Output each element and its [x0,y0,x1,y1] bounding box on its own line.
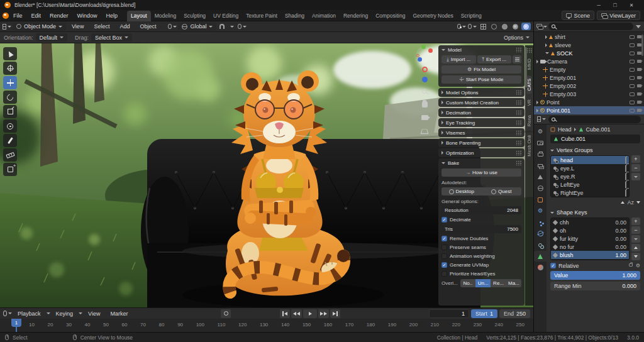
section-decimation[interactable]: Decimation [438,108,525,117]
tool-add-cube[interactable] [3,163,17,176]
drag-dropdown[interactable]: Select Box [91,33,132,41]
add-shape-key-button[interactable] [631,218,640,225]
menu-keying[interactable]: Keying [52,309,78,318]
remove-doubles-checkbox[interactable]: Remove Doubles [441,235,521,242]
snap-toggle-button[interactable] [218,23,226,31]
sidebar-scrollbar[interactable] [525,47,527,87]
visibility-icon[interactable] [630,68,635,72]
shape-keys-section[interactable]: Shape Keys [550,209,640,216]
menu-select[interactable]: Select [89,22,114,31]
render-visibility-icon[interactable] [637,101,641,104]
outliner-row-camera[interactable]: Camera [534,57,644,65]
shading-material-button[interactable] [511,23,519,31]
blender-menu-icon[interactable] [3,13,9,19]
perspective-toggle-icon[interactable] [419,126,430,135]
sidebar-tab-cats[interactable]: CATS [527,75,532,94]
render-visibility-icon[interactable] [637,92,641,96]
shapekey-row-fur-kitty[interactable]: fur kitty0.00 [551,234,629,243]
visibility-icon[interactable] [630,76,635,80]
tab-texture-paint[interactable]: Texture Paint [242,11,281,21]
sidebar-tabs-grip-icon[interactable] [526,48,532,53]
render-visibility-icon[interactable] [637,60,641,63]
outliner-row-empty-003[interactable]: Empty.003 [534,90,644,98]
show-overlays-button[interactable] [468,23,477,31]
filter-icon[interactable] [636,25,641,28]
tab-layout[interactable]: Layout [127,11,151,21]
auto-key-button[interactable] [221,309,231,318]
navigation-gizmo[interactable] [416,46,433,62]
camera-view-icon[interactable] [419,113,430,122]
generate-uvmap-checkbox[interactable]: Generate UVMap [441,262,521,268]
overlap-option-3[interactable]: Re... [491,279,506,287]
shading-rendered-button[interactable] [521,23,531,30]
move-shape-key-up-button[interactable] [631,244,640,251]
next-keyframe-button[interactable] [318,309,329,318]
end-frame-field[interactable]: End250 [499,309,530,318]
menu-marker[interactable]: Marker [106,309,132,318]
tab-render-properties[interactable] [534,138,547,148]
decimate-checkbox[interactable]: Decimate [441,216,521,223]
tab-constraint-properties[interactable] [534,240,547,250]
shading-wireframe-button[interactable] [489,23,498,31]
menu-playback[interactable]: Playback [13,309,45,318]
sort-label[interactable]: Az [627,199,634,206]
timeline-ruler[interactable]: 1 10203040506070809010011012013014015016… [0,319,533,332]
tool-cursor[interactable] [3,62,17,75]
jump-start-button[interactable] [280,309,290,318]
gizmo-axis-xneg-icon[interactable] [416,54,419,57]
tab-object-properties[interactable] [534,194,547,205]
menu-render[interactable]: Render [45,11,73,20]
tab-material-properties[interactable] [534,262,547,273]
visibility-icon[interactable] [630,101,635,104]
play-button[interactable] [303,309,317,318]
render-visibility-icon[interactable] [637,84,641,87]
playhead[interactable]: 1 [11,319,21,327]
menu-help[interactable]: Help [102,11,123,20]
render-visibility-icon[interactable] [637,68,641,71]
properties-search[interactable] [548,116,641,123]
maximize-button[interactable] [607,0,623,10]
overlap-option-1[interactable]: No.. [460,279,475,287]
shading-solid-button[interactable] [500,23,509,31]
shapekey-row-no-fur[interactable]: no fur0.00 [551,243,629,251]
transform-pivot-button[interactable] [168,23,177,31]
tab-compositing[interactable]: Compositing [372,11,409,21]
tris-field[interactable]: Tris7500 [441,225,521,233]
resolution-field[interactable]: Resolution2048 [441,206,521,214]
section-bone-parenting[interactable]: Bone Parenting [438,138,525,147]
bake-quest-button[interactable]: Quest [482,187,522,196]
outliner-scrollbar[interactable] [641,35,643,56]
bake-desktop-button[interactable]: Desktop [441,187,482,196]
sidebar-tab-mmd[interactable]: MMD [527,55,532,73]
outliner-row-empty-001[interactable]: Empty.001 [534,74,644,82]
shapekey-row-oh[interactable]: oh0.00 [551,226,629,234]
render-visibility-icon[interactable] [637,35,641,38]
minimize-button[interactable] [591,0,607,10]
tab-animation[interactable]: Animation [308,11,340,21]
outliner-search-input[interactable] [557,24,630,30]
range-min-field[interactable]: Range Min0.000 [550,282,640,290]
visibility-icon[interactable] [630,35,635,39]
sidebar-tab-vr[interactable]: VR [527,96,532,109]
orientation-dropdown[interactable]: Global [178,23,216,31]
sort-down-icon[interactable] [636,201,640,204]
editor-type-icon[interactable] [3,23,11,31]
vgroup-row-righteye[interactable]: RightEye [551,189,629,197]
tool-scale[interactable] [3,105,17,118]
breadcrumb-data[interactable]: Cube.001 [586,126,611,133]
add-vertex-group-button[interactable] [631,155,640,163]
pan-hand-icon[interactable] [419,100,430,109]
tab-modifier-properties[interactable]: ⚙ [534,206,547,216]
tool-select-box[interactable] [3,47,17,60]
sort-up-icon[interactable] [621,201,625,204]
relative-checkbox[interactable]: Relative ⚙ [550,262,640,269]
shape-key-value-slider[interactable]: Value1.000 [550,271,640,280]
vertex-group-specials-button[interactable] [631,173,640,180]
vgroup-row-eye-r[interactable]: eye.R [551,172,629,180]
start-frame-field[interactable]: Start1 [471,309,497,318]
close-button[interactable] [623,0,640,10]
remove-vertex-group-button[interactable] [631,164,640,172]
render-visibility-icon[interactable] [637,43,641,47]
preserve-seams-checkbox[interactable]: Preserve seams [441,244,521,251]
vgroup-row-head[interactable]: head [551,156,629,164]
